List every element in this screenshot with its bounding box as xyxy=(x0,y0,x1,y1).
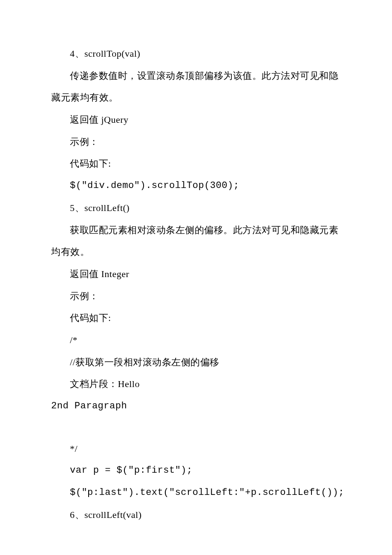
line-8: 获取匹配元素相对滚动条左侧的偏移。此方法对可见和隐藏元素均有效。 xyxy=(51,219,345,263)
line-4: 示例： xyxy=(51,131,345,153)
text: var p = $("p:first"); xyxy=(70,465,193,476)
line-6: $("div.demo").scrollTop(300); xyxy=(51,175,345,197)
line-14: 文档片段：Hello xyxy=(51,373,345,395)
text: 6、scrollLeft(val) xyxy=(70,509,142,520)
text: 返回值 jQuery xyxy=(70,114,129,125)
text: //获取第一段相对滚动条左侧的偏移 xyxy=(70,357,219,367)
text: /* xyxy=(70,335,78,345)
text: $("div.demo").scrollTop(300); xyxy=(70,180,239,191)
line-17: */ xyxy=(51,438,345,460)
line-2: 传递参数值时，设置滚动条顶部偏移为该值。此方法对可见和隐藏元素均有效。 xyxy=(51,65,345,109)
text: $("p:last").text("scrollLeft:"+p.scrollL… xyxy=(70,487,344,498)
line-12: /* xyxy=(51,329,345,351)
text: 示例： xyxy=(70,136,99,147)
line-13: //获取第一段相对滚动条左侧的偏移 xyxy=(51,351,345,373)
text: 获取匹配元素相对滚动条左侧的偏移。此方法对可见和隐藏元素均有效。 xyxy=(51,225,338,257)
blank-line xyxy=(51,417,345,438)
line-7: 5、scrollLeft() xyxy=(51,197,345,219)
text: 文档片段：Hello xyxy=(70,379,140,389)
line-3: 返回值 jQuery xyxy=(51,109,345,131)
text: 代码如下: xyxy=(70,312,111,323)
line-19: $("p:last").text("scrollLeft:"+p.scrollL… xyxy=(51,482,345,504)
document-page: 4、scrollTop(val) 传递参数值时，设置滚动条顶部偏移为该值。此方法… xyxy=(0,0,392,555)
text: 2nd Paragraph xyxy=(51,401,127,411)
text: 代码如下: xyxy=(70,158,111,169)
line-11: 代码如下: xyxy=(51,307,345,329)
line-18: var p = $("p:first"); xyxy=(51,460,345,482)
line-10: 示例： xyxy=(51,285,345,307)
line-1: 4、scrollTop(val) xyxy=(51,43,345,65)
text: 返回值 Integer xyxy=(70,269,129,279)
text: 4、scrollTop(val) xyxy=(70,48,140,59)
text: 示例： xyxy=(70,291,99,301)
line-15: 2nd Paragraph xyxy=(51,395,345,417)
line-5: 代码如下: xyxy=(51,153,345,175)
text: 5、scrollLeft() xyxy=(70,202,130,213)
text: */ xyxy=(70,443,78,454)
text: 传递参数值时，设置滚动条顶部偏移为该值。此方法对可见和隐藏元素均有效。 xyxy=(51,70,338,103)
line-20: 6、scrollLeft(val) xyxy=(51,504,345,526)
line-9: 返回值 Integer xyxy=(51,263,345,285)
